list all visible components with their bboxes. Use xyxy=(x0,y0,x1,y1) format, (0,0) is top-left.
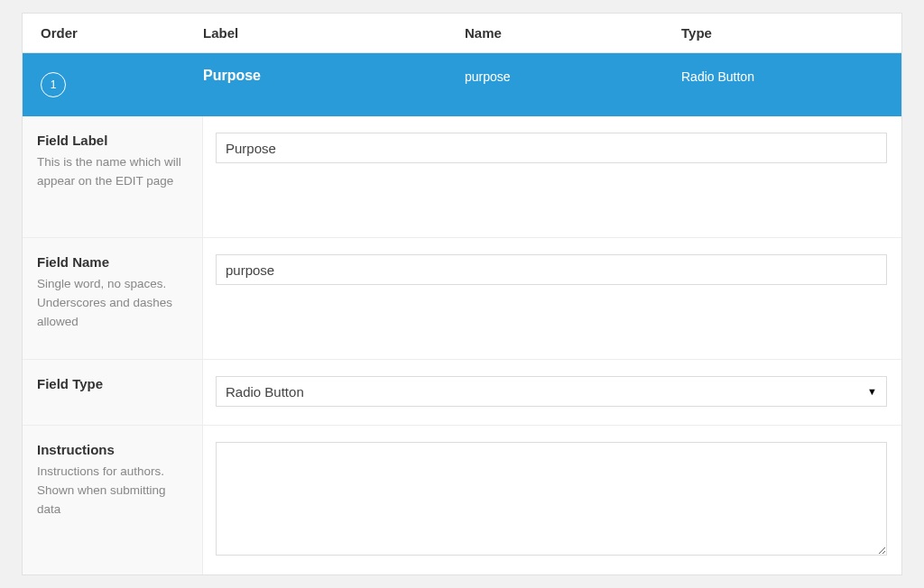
setting-title: Field Type xyxy=(37,376,188,391)
field-type-selected-value: Radio Button xyxy=(226,384,304,400)
header-type: Type xyxy=(681,25,901,41)
instructions-textarea[interactable] xyxy=(216,442,887,556)
setting-instructions-row: Instructions Instructions for authors. S… xyxy=(23,425,901,574)
column-header-row: Order Label Name Type xyxy=(23,14,901,53)
setting-right-cell: Radio Button ▼ xyxy=(203,360,901,425)
field-summary-row[interactable]: 1 Purpose purpose Radio Button xyxy=(23,53,901,116)
setting-right-cell xyxy=(203,116,901,237)
order-badge[interactable]: 1 xyxy=(41,72,66,97)
setting-desc: This is the name which will appear on th… xyxy=(37,153,188,191)
summary-order-cell: 1 xyxy=(23,72,203,97)
setting-left-cell: Field Name Single word, no spaces. Under… xyxy=(23,238,203,359)
header-order: Order xyxy=(23,25,203,41)
summary-name: purpose xyxy=(465,53,681,84)
field-settings-table: Field Label This is the name which will … xyxy=(23,116,901,574)
setting-desc: Single word, no spaces. Underscores and … xyxy=(37,275,188,332)
setting-left-cell: Field Type xyxy=(23,360,203,425)
setting-title: Field Label xyxy=(37,133,188,148)
field-label-input[interactable] xyxy=(216,133,887,163)
setting-title: Instructions xyxy=(37,442,188,457)
setting-desc: Instructions for authors. Shown when sub… xyxy=(37,463,188,519)
chevron-down-icon: ▼ xyxy=(867,386,877,397)
header-label: Label xyxy=(203,25,465,41)
field-editor-panel: Order Label Name Type 1 Purpose purpose … xyxy=(22,13,902,575)
setting-field-name-row: Field Name Single word, no spaces. Under… xyxy=(23,237,901,359)
field-type-select[interactable]: Radio Button ▼ xyxy=(216,376,887,407)
summary-type: Radio Button xyxy=(681,53,901,84)
setting-left-cell: Instructions Instructions for authors. S… xyxy=(23,426,203,574)
setting-field-type-row: Field Type Radio Button ▼ xyxy=(23,359,901,425)
summary-label[interactable]: Purpose xyxy=(203,53,465,84)
header-name: Name xyxy=(465,25,681,41)
setting-right-cell xyxy=(203,238,901,359)
setting-title: Field Name xyxy=(37,254,188,270)
setting-left-cell: Field Label This is the name which will … xyxy=(23,116,203,237)
order-number: 1 xyxy=(51,78,57,91)
setting-right-cell xyxy=(203,426,901,574)
field-name-input[interactable] xyxy=(216,254,887,285)
setting-field-label-row: Field Label This is the name which will … xyxy=(23,116,901,237)
